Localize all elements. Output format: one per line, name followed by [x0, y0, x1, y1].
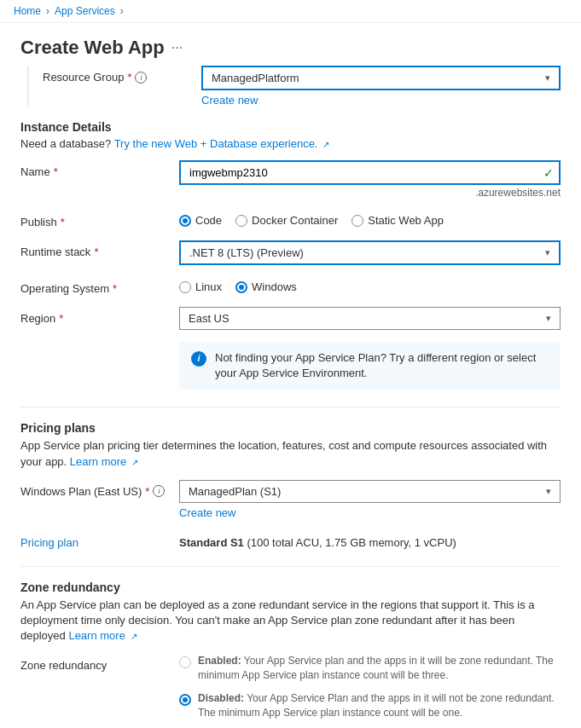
region-info-box: i Not finding your App Service Plan? Try…: [179, 342, 561, 390]
pricing-plan-row: Pricing plan Standard S1 (100 total ACU,…: [20, 531, 561, 549]
pricing-plan-label: Pricing plan: [20, 531, 166, 549]
region-label: Region *: [20, 307, 166, 325]
os-radio-group: Linux Windows: [179, 277, 561, 293]
external-link-icon3: ↗: [131, 632, 137, 641]
region-control: East US ▾: [179, 307, 561, 330]
os-windows-radio[interactable]: [235, 281, 247, 293]
required-star-publish: *: [61, 216, 65, 228]
pricing-plans-title: Pricing plans: [20, 421, 561, 435]
radio-inner: [239, 285, 244, 290]
publish-static-radio[interactable]: [352, 215, 363, 227]
name-label: Name *: [20, 160, 166, 178]
required-star-region: *: [59, 312, 63, 325]
publish-radio-group: Code Docker Container Static Web App: [179, 211, 561, 227]
region-row: Region * East US ▾: [20, 307, 561, 330]
db-prompt: Need a database? Try the new Web + Datab…: [20, 137, 561, 150]
runtime-dropdown[interactable]: .NET 8 (LTS) (Preview) ▾: [179, 240, 561, 265]
runtime-value: .NET 8 (LTS) (Preview): [189, 246, 304, 259]
publish-code-option[interactable]: Code: [179, 214, 222, 227]
publish-docker-option[interactable]: Docker Container: [235, 214, 338, 227]
radio-inner-disabled: [183, 697, 188, 702]
required-star-name: *: [54, 165, 58, 178]
pricing-plan-label-link[interactable]: Pricing plan: [20, 536, 78, 549]
required-star-runtime: *: [94, 246, 98, 258]
zone-learn-more[interactable]: Learn more ↗: [68, 629, 137, 642]
os-linux-radio[interactable]: [179, 281, 191, 293]
zone-disabled-label-block: Disabled: Your App Service Plan and the …: [198, 691, 561, 720]
pricing-plans-desc: App Service plan pricing tier determines…: [20, 438, 561, 469]
publish-docker-radio[interactable]: [235, 215, 247, 227]
radio-inner: [183, 218, 188, 223]
required-star-plan: *: [145, 485, 149, 498]
zone-enabled-option[interactable]: Enabled: Your App Service plan and the a…: [179, 654, 561, 683]
publish-row: Publish * Code Docker Container: [20, 211, 561, 228]
region-info-text: Not finding your App Service Plan? Try a…: [215, 350, 549, 381]
resource-group-section: Resource Group * i ManagedPlatform ▾ Cre…: [27, 66, 561, 107]
zone-redundancy-desc: An App Service plan can be deployed as a…: [20, 598, 561, 644]
runtime-control: .NET 8 (LTS) (Preview) ▾: [179, 240, 561, 265]
separator1: [20, 407, 561, 407]
windows-plan-row: Windows Plan (East US) * i ManagedPlan (…: [20, 480, 561, 519]
resource-group-info-icon[interactable]: i: [135, 72, 147, 84]
os-windows-option[interactable]: Windows: [235, 280, 297, 293]
publish-label: Publish *: [20, 211, 166, 228]
info-box-icon: i: [191, 351, 206, 367]
resource-group-create-new[interactable]: Create new: [201, 94, 258, 107]
required-star: *: [127, 71, 131, 84]
required-star-os: *: [113, 282, 117, 295]
resource-group-row: Resource Group * i ManagedPlatform ▾ Cre…: [43, 66, 561, 107]
breadcrumb-bar: Home › App Services ›: [0, 0, 581, 23]
main-content: Resource Group * i ManagedPlatform ▾ Cre…: [0, 66, 581, 728]
chevron-down-icon: ▾: [545, 247, 550, 258]
os-linux-option[interactable]: Linux: [179, 280, 222, 293]
resource-group-value: ManagedPlatform: [212, 72, 299, 84]
db-link[interactable]: Try the new Web + Database experience. ↗: [114, 137, 329, 150]
windows-plan-create-new[interactable]: Create new: [179, 506, 235, 519]
name-control: ✓ .azurewebsites.net: [179, 160, 561, 199]
pricing-learn-more[interactable]: Learn more ↗: [70, 455, 138, 468]
zone-redundancy-control: Enabled: Your App Service plan and the a…: [179, 654, 561, 719]
zone-redundancy-label: Zone redundancy: [20, 654, 166, 672]
resource-group-dropdown[interactable]: ManagedPlatform ▾: [201, 66, 561, 90]
page-title: Create Web App: [20, 37, 165, 59]
publish-control: Code Docker Container Static Web App: [179, 211, 561, 227]
zone-enabled-radio[interactable]: [179, 656, 191, 668]
resource-group-control: ManagedPlatform ▾ Create new: [201, 66, 561, 107]
windows-plan-label: Windows Plan (East US) * i: [20, 480, 166, 498]
pricing-plan-value: Standard S1 (100 total ACU, 1.75 GB memo…: [179, 531, 561, 549]
publish-static-option[interactable]: Static Web App: [352, 214, 444, 227]
runtime-row: Runtime stack * .NET 8 (LTS) (Preview) ▾: [20, 240, 561, 265]
zone-enabled-label-block: Enabled: Your App Service plan and the a…: [198, 654, 561, 683]
separator2: [20, 566, 561, 567]
external-link-icon: ↗: [322, 140, 329, 149]
zone-disabled-radio[interactable]: [179, 694, 191, 706]
windows-plan-info-icon[interactable]: i: [153, 485, 165, 497]
breadcrumb-sep1: ›: [46, 5, 49, 17]
region-dropdown[interactable]: East US ▾: [179, 307, 561, 330]
check-icon: ✓: [543, 166, 554, 180]
os-row: Operating System * Linux Windows: [20, 277, 561, 295]
instance-details-title: Instance Details: [20, 120, 561, 134]
os-label: Operating System *: [20, 277, 166, 295]
breadcrumb-app-services[interactable]: App Services: [55, 5, 115, 17]
chevron-down-icon: ▾: [545, 72, 550, 84]
os-control: Linux Windows: [179, 277, 561, 293]
name-row: Name * ✓ .azurewebsites.net: [20, 160, 561, 199]
name-input-wrap: ✓: [179, 160, 561, 185]
windows-plan-dropdown[interactable]: ManagedPlan (S1) ▾: [179, 480, 561, 503]
windows-plan-value: ManagedPlan (S1): [189, 485, 281, 498]
publish-code-radio[interactable]: [179, 215, 191, 227]
page-menu-icon[interactable]: ···: [171, 40, 183, 55]
zone-disabled-option[interactable]: Disabled: Your App Service Plan and the …: [179, 691, 561, 720]
breadcrumb-home[interactable]: Home: [14, 5, 41, 17]
chevron-down-icon3: ▾: [546, 486, 551, 497]
zone-redundancy-row: Zone redundancy Enabled: Your App Servic…: [20, 654, 561, 719]
name-input[interactable]: [179, 160, 561, 185]
page-header: Create Web App ···: [0, 23, 581, 66]
zone-redundancy-title: Zone redundancy: [20, 581, 561, 594]
name-suffix: .azurewebsites.net: [179, 187, 561, 199]
external-link-icon2: ↗: [131, 458, 138, 467]
region-value: East US: [189, 312, 229, 325]
pricing-plans-section: Pricing plans App Service plan pricing t…: [20, 421, 561, 548]
runtime-label: Runtime stack *: [20, 240, 166, 258]
